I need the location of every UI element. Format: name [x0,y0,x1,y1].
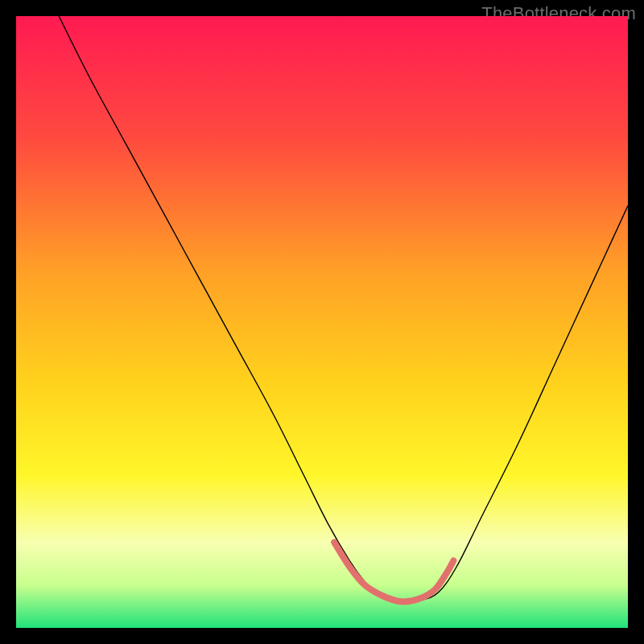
chart-frame: TheBottleneck.com [0,0,644,644]
plot-area [16,16,628,628]
gradient-background [16,16,628,628]
chart-svg [16,16,628,628]
